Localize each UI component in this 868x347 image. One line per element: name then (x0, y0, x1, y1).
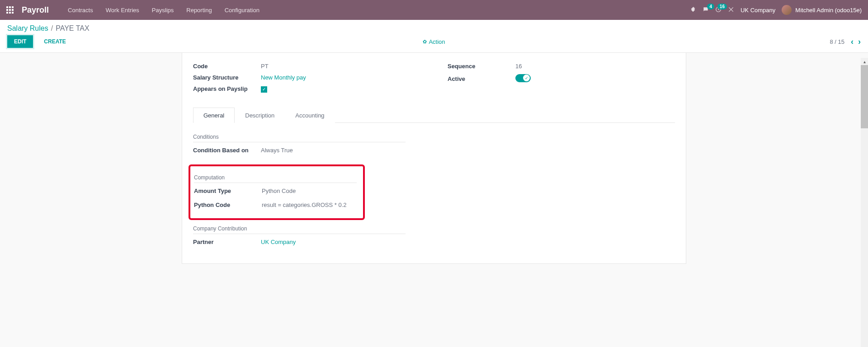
create-button[interactable]: CREATE (38, 36, 72, 47)
edit-button[interactable]: EDIT (7, 35, 33, 48)
conditions-section: Conditions Condition Based on Always Tru… (193, 134, 675, 154)
partner-link[interactable]: UK Company (261, 239, 296, 245)
computation-highlight: Computation Amount Type Python Code Pyth… (189, 164, 365, 220)
app-brand[interactable]: Payroll (22, 5, 49, 15)
content-area: Code PT Salary Structure New Monthly pay… (0, 53, 868, 264)
toolbar: EDIT CREATE ✿ Action 8 / 15 ‹ › (0, 35, 868, 52)
salary-structure-label: Salary Structure (193, 74, 261, 81)
pager-prev-icon[interactable]: ‹ (851, 37, 854, 47)
form-col-left: Code PT Salary Structure New Monthly pay… (193, 63, 420, 97)
messages-icon[interactable]: 4 (703, 6, 709, 14)
tab-description[interactable]: Description (235, 108, 285, 123)
scroll-up-icon[interactable]: ▴ (861, 58, 868, 65)
crossed-tools-icon[interactable] (728, 6, 734, 14)
appears-on-payslip-label: Appears on Payslip (193, 85, 261, 92)
pager-counter: 8 / 15 (830, 38, 844, 45)
tab-general[interactable]: General (193, 108, 235, 123)
nav-reporting[interactable]: Reporting (186, 7, 212, 14)
nav-menu: Contracts Work Entries Payslips Reportin… (68, 7, 259, 14)
condition-based-label: Condition Based on (193, 147, 261, 154)
nav-configuration[interactable]: Configuration (225, 7, 259, 14)
debug-icon[interactable] (690, 6, 696, 14)
user-avatar-icon (782, 5, 792, 15)
active-label: Active (448, 75, 515, 82)
top-navbar: Payroll Contracts Work Entries Payslips … (0, 0, 868, 20)
nav-payslips[interactable]: Payslips (152, 7, 174, 14)
condition-based-value: Always True (261, 147, 293, 154)
activities-badge: 16 (717, 4, 727, 9)
sequence-label: Sequence (448, 63, 515, 70)
apps-grid-icon[interactable] (6, 6, 14, 14)
messages-badge: 4 (707, 4, 714, 9)
scrollbar-thumb[interactable] (861, 65, 868, 128)
form-col-right: Sequence 16 Active (448, 63, 675, 97)
sequence-value: 16 (515, 63, 522, 70)
pager-next-icon[interactable]: › (858, 37, 861, 47)
form-sheet: Code PT Salary Structure New Monthly pay… (182, 53, 686, 264)
tab-accounting[interactable]: Accounting (285, 108, 335, 123)
navbar-left: Payroll Contracts Work Entries Payslips … (6, 5, 259, 15)
control-panel: Salary Rules / PAYE TAX EDIT CREATE ✿ Ac… (0, 20, 868, 53)
breadcrumb: Salary Rules / PAYE TAX (0, 20, 868, 35)
python-code-value: result = categories.GROSS * 0.2 (262, 202, 347, 208)
user-label: Mitchell Admin (odoo15e) (795, 7, 862, 14)
checkbox-checked-icon: ✓ (261, 86, 267, 93)
active-toggle-wrap (515, 74, 531, 84)
conditions-title: Conditions (193, 134, 406, 142)
appears-on-payslip-value: ✓ (261, 85, 267, 93)
gear-icon: ✿ (423, 39, 427, 45)
action-dropdown[interactable]: ✿ Action (423, 38, 445, 45)
breadcrumb-parent[interactable]: Salary Rules (7, 24, 48, 33)
company-contribution-section: Company Contribution Partner UK Company (193, 225, 675, 245)
activities-icon[interactable]: 16 (715, 6, 722, 14)
nav-work-entries[interactable]: Work Entries (106, 7, 139, 14)
vertical-scrollbar[interactable]: ▴ (861, 58, 868, 264)
user-menu[interactable]: Mitchell Admin (odoo15e) (782, 5, 862, 15)
pager: 8 / 15 ‹ › (830, 37, 861, 47)
action-label: Action (429, 38, 445, 45)
tab-bar: General Description Accounting (193, 107, 675, 123)
company-contribution-title: Company Contribution (193, 225, 406, 234)
computation-title: Computation (194, 174, 357, 183)
code-label: Code (193, 63, 261, 70)
salary-structure-link[interactable]: New Monthly pay (261, 74, 306, 81)
nav-contracts[interactable]: Contracts (68, 7, 93, 14)
active-toggle[interactable] (515, 74, 531, 82)
code-value: PT (261, 63, 269, 70)
company-selector[interactable]: UK Company (741, 7, 775, 14)
amount-type-label: Amount Type (194, 188, 262, 194)
python-code-label: Python Code (194, 202, 262, 208)
navbar-right: 4 16 UK Company Mitchell Admin (odoo15e) (690, 5, 862, 15)
breadcrumb-current: PAYE TAX (56, 24, 89, 33)
partner-label: Partner (193, 239, 261, 245)
form-top-grid: Code PT Salary Structure New Monthly pay… (193, 63, 675, 97)
amount-type-value: Python Code (262, 188, 296, 194)
breadcrumb-separator: / (51, 24, 53, 33)
